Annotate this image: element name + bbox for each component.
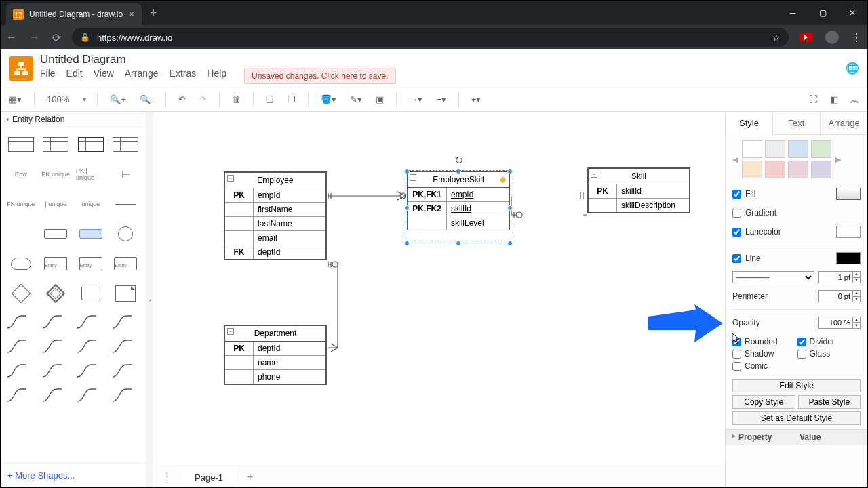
- shape-circle[interactable]: [111, 222, 141, 245]
- shape-connector-8[interactable]: [6, 362, 29, 380]
- swatch-4[interactable]: [742, 161, 762, 178]
- comic-checkbox[interactable]: Comic: [732, 361, 796, 371]
- shape-row-fk[interactable]: FK unique: [6, 192, 36, 216]
- chrome-menu-icon[interactable]: ⋮: [851, 31, 862, 44]
- palette-header[interactable]: Entity Relation: [1, 112, 146, 127]
- shape-connector-12[interactable]: [6, 386, 29, 404]
- shape-diamond-2[interactable]: [41, 282, 71, 305]
- selection-handle[interactable]: [404, 241, 410, 246]
- shape-entity-2[interactable]: Entity: [76, 252, 106, 275]
- shape-multi[interactable]: [76, 282, 106, 305]
- entity-skill[interactable]: −Skill PKskillId skillDescription: [587, 167, 690, 214]
- shape-row-pk[interactable]: PK unique: [41, 163, 71, 186]
- close-tab-icon[interactable]: ✕: [128, 9, 135, 19]
- collapse-icon[interactable]: −: [227, 175, 234, 182]
- shape-table-4[interactable]: [111, 133, 141, 156]
- shape-row-txt[interactable]: unique: [76, 192, 106, 216]
- shape-connector-10[interactable]: [76, 362, 99, 380]
- tab-style[interactable]: Style: [726, 112, 773, 135]
- shape-table-2[interactable]: [41, 133, 71, 156]
- profile-avatar[interactable]: [825, 30, 839, 44]
- insert-button[interactable]: +▾: [469, 93, 484, 106]
- shape-note[interactable]: [111, 282, 141, 305]
- lanecolor-picker[interactable]: [836, 226, 861, 238]
- default-style-button[interactable]: Set as Default Style: [732, 411, 861, 425]
- tab-arrange[interactable]: Arrange: [821, 112, 867, 134]
- selection-handle[interactable]: [507, 205, 513, 211]
- shape-connector-5[interactable]: [41, 338, 64, 355]
- selection-handle[interactable]: [404, 205, 410, 211]
- selection-handle[interactable]: [404, 169, 410, 174]
- spin-down[interactable]: ▼: [852, 296, 861, 302]
- collapse-icon[interactable]: −: [591, 171, 597, 178]
- swatch-0[interactable]: [742, 140, 762, 158]
- shapes-scroll[interactable]: Row PK unique PK | unique |— FK unique |…: [1, 127, 146, 463]
- entity-employee[interactable]: −Employee PKempId firstName lastName ema…: [224, 171, 327, 260]
- menu-arrange[interactable]: Arrange: [125, 68, 159, 84]
- forward-button[interactable]: →: [29, 31, 40, 44]
- collapse-icon[interactable]: −: [410, 174, 416, 181]
- shape-cloud[interactable]: [6, 252, 36, 275]
- line-checkbox[interactable]: Line: [732, 253, 836, 263]
- shadow-checkbox[interactable]: Shadow: [732, 349, 796, 359]
- paste-style-button[interactable]: Paste Style: [798, 395, 861, 409]
- rotate-handle-icon[interactable]: ↻: [454, 154, 464, 163]
- zoom-level[interactable]: 100%: [44, 93, 72, 106]
- reload-button[interactable]: ⟳: [52, 31, 61, 44]
- back-button[interactable]: ←: [6, 31, 17, 44]
- selection-handle[interactable]: [507, 241, 513, 246]
- collapse-panel-icon[interactable]: ︽: [848, 92, 862, 107]
- spin-up[interactable]: ▲: [852, 271, 861, 277]
- shape-row-sep[interactable]: |—: [111, 163, 141, 186]
- tab-text[interactable]: Text: [773, 112, 821, 134]
- shape-connector-1[interactable]: [41, 313, 64, 331]
- shape-connector-2[interactable]: [76, 313, 99, 331]
- line-color-picker[interactable]: [836, 252, 861, 264]
- spin-down[interactable]: ▼: [852, 323, 861, 329]
- waypoint-button[interactable]: ⌐▾: [433, 93, 449, 106]
- swatch-3[interactable]: [811, 140, 831, 158]
- shape-row-pk2[interactable]: PK | unique: [76, 163, 106, 186]
- browser-tab[interactable]: ⬚ Untitled Diagram - draw.io ✕: [6, 3, 142, 25]
- shape-connector-13[interactable]: [41, 386, 64, 404]
- selection-handle[interactable]: [456, 241, 461, 246]
- selection-handle[interactable]: [507, 169, 513, 174]
- pages-menu-icon[interactable]: ⋮: [153, 472, 181, 482]
- view-dropdown[interactable]: ▦▾: [6, 93, 24, 106]
- fill-color-picker[interactable]: [836, 188, 861, 200]
- close-window-button[interactable]: ✕: [837, 1, 867, 25]
- shape-table-1[interactable]: [6, 133, 36, 156]
- page-tab[interactable]: Page-1: [181, 467, 237, 487]
- menu-edit[interactable]: Edit: [66, 68, 83, 84]
- edit-style-button[interactable]: Edit Style: [732, 379, 861, 392]
- redo-button[interactable]: ↷: [197, 93, 210, 106]
- sidebar-collapse-handle[interactable]: ◂: [146, 112, 153, 487]
- fill-color-button[interactable]: 🪣▾: [318, 93, 339, 106]
- spin-up[interactable]: ▲: [852, 317, 861, 323]
- new-tab-button[interactable]: +: [142, 6, 165, 20]
- spin-up[interactable]: ▲: [852, 290, 861, 296]
- shape-line[interactable]: [111, 192, 141, 216]
- swatch-2[interactable]: [788, 140, 808, 158]
- add-page-button[interactable]: +: [237, 471, 262, 483]
- shape-diamond[interactable]: [6, 282, 36, 305]
- shape-connector-6[interactable]: [76, 338, 99, 355]
- collapse-icon[interactable]: −: [227, 328, 234, 335]
- star-icon[interactable]: ☆: [772, 33, 781, 43]
- menu-file[interactable]: File: [40, 68, 56, 84]
- spin-down[interactable]: ▼: [852, 277, 861, 283]
- zoom-out-icon[interactable]: 🔍-: [137, 93, 156, 106]
- rounded-checkbox[interactable]: Rounded: [732, 337, 796, 346]
- swatch-next-icon[interactable]: ▶: [834, 155, 842, 164]
- selection-handle[interactable]: [456, 169, 461, 174]
- entity-employeeskill[interactable]: −EmployeeSkill PK,FK1empId PK,FK2skillId…: [407, 171, 510, 230]
- shape-row-label[interactable]: Row: [6, 163, 36, 186]
- menu-help[interactable]: Help: [207, 68, 226, 84]
- shape-connector-3[interactable]: [111, 313, 134, 331]
- swatch-1[interactable]: [765, 140, 785, 158]
- swatch-prev-icon[interactable]: ◀: [731, 155, 739, 164]
- connection-button[interactable]: →▾: [406, 93, 425, 106]
- selection-diamond-icon[interactable]: [500, 177, 507, 184]
- canvas[interactable]: −Employee PKempId firstName lastName ema…: [153, 112, 725, 466]
- app-logo[interactable]: [9, 56, 33, 81]
